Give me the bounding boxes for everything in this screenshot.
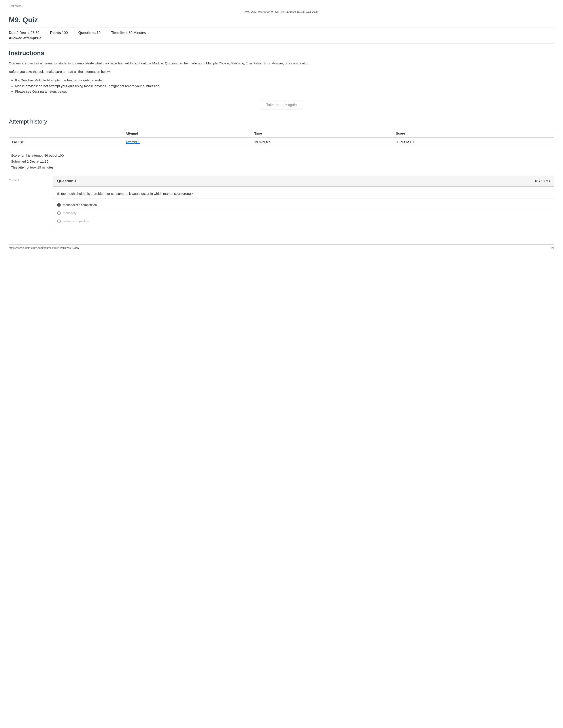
date-line: 02/12/2018 bbox=[9, 4, 554, 8]
question1-title: Question 1 bbox=[57, 179, 77, 183]
score-summary: Score for this attempt: 90 out of 100 Su… bbox=[9, 152, 554, 170]
quiz-button-container: Take the quiz again bbox=[9, 101, 554, 109]
footer-url: https://ocean.instructure.com/courses/18… bbox=[9, 246, 80, 250]
browser-title-line: M9. Quiz: Microeconomics Prin (2018L6-EC… bbox=[9, 10, 554, 13]
col-score: Score bbox=[393, 129, 554, 138]
question1-pts: 10 / 10 pts bbox=[535, 179, 550, 183]
score-line3: This attempt took 19 minutes. bbox=[11, 164, 554, 170]
radio-selected bbox=[57, 203, 61, 207]
take-quiz-again-button[interactable]: Take the quiz again bbox=[260, 101, 303, 109]
score-cell: 90 out of 100 bbox=[393, 138, 554, 146]
instructions-title: Instructions bbox=[9, 50, 554, 57]
attempt-history-table: Attempt Time Score LATEST Attempt 1 19 m… bbox=[9, 129, 554, 146]
meta-bar: Due 2 Dec at 23:59 Points 100 Questions … bbox=[9, 28, 554, 43]
answer-text-2: monopoly bbox=[63, 211, 76, 215]
answer-option-1: monopolistic competition bbox=[57, 201, 550, 209]
answer-options: monopolistic competition monopoly perfec… bbox=[53, 199, 554, 229]
latest-tag: LATEST bbox=[9, 138, 122, 146]
score-line1: Score for this attempt: 90 out of 100 bbox=[11, 152, 554, 158]
instructions-para2: Before you take the quiz, make sure to r… bbox=[9, 69, 554, 74]
list-item: If a Quiz has Multiple Attempts: the bes… bbox=[15, 77, 554, 83]
radio-empty-2 bbox=[57, 211, 61, 215]
answer-option-3: perfect competition bbox=[57, 217, 550, 225]
footer-page: 1/7 bbox=[550, 246, 554, 250]
time-limit-meta: Time limit 30 Minutes bbox=[111, 31, 146, 35]
page-title: M9. Quiz bbox=[9, 16, 554, 24]
list-item: Mobile devices: do not attempt your quiz… bbox=[15, 83, 554, 89]
table-row: LATEST Attempt 1 19 minutes 90 out of 10… bbox=[9, 138, 554, 146]
col-tag bbox=[9, 129, 122, 138]
question1-body: If "too much choice" is a problem for co… bbox=[53, 187, 554, 199]
instructions-para1: Quizzes are used as a means for students… bbox=[9, 61, 554, 66]
score-line2: Submitted 2 Dec at 11:16 bbox=[11, 158, 554, 164]
footer: https://ocean.instructure.com/courses/18… bbox=[9, 244, 554, 250]
attempt-history-title: Attempt history bbox=[9, 118, 554, 125]
questions-meta: Questions 10 bbox=[78, 31, 100, 35]
answer-option-2: monopoly bbox=[57, 209, 550, 217]
col-time: Time bbox=[251, 129, 393, 138]
due-meta: Due 2 Dec at 23:59 bbox=[9, 31, 39, 35]
question1-outer: Correct! Question 1 10 / 10 pts If "too … bbox=[9, 176, 554, 236]
answer-text-3: perfect competition bbox=[63, 220, 89, 223]
question1-header: Question 1 10 / 10 pts bbox=[53, 176, 554, 187]
col-attempt: Attempt bbox=[122, 129, 251, 138]
correct-label: Correct! bbox=[9, 176, 31, 182]
radio-empty-3 bbox=[57, 220, 61, 223]
question1-card: Question 1 10 / 10 pts If "too much choi… bbox=[53, 176, 554, 229]
attempt-link-cell[interactable]: Attempt 1 bbox=[122, 138, 251, 146]
answer-text-1: monopolistic competition bbox=[63, 203, 97, 207]
list-item: Please see Quiz parameters below. bbox=[15, 89, 554, 94]
points-meta: Points 100 bbox=[50, 31, 68, 35]
instructions-list: If a Quiz has Multiple Attempts: the bes… bbox=[15, 77, 554, 94]
allowed-attempts-meta: Allowed attempts 3 bbox=[9, 36, 41, 40]
time-cell: 19 minutes bbox=[251, 138, 393, 146]
